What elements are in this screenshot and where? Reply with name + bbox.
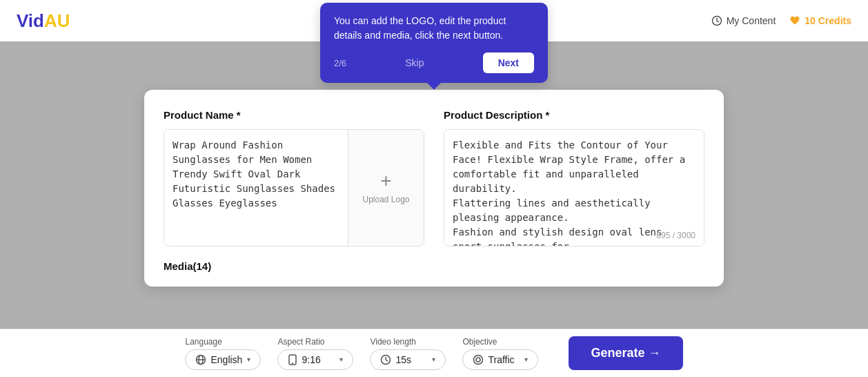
product-name-box: + Upload Logo <box>164 129 424 246</box>
credits-button[interactable]: 10 Credits <box>789 15 851 26</box>
tooltip-step: 2/6 <box>334 58 346 68</box>
product-description-box: 895 / 3000 <box>444 129 704 246</box>
objective-chevron: ▾ <box>524 356 528 363</box>
char-count: 895 / 3000 <box>656 231 696 240</box>
language-label: Language <box>185 337 261 347</box>
language-group: Language English ▾ <box>185 337 261 370</box>
tooltip-next-button[interactable]: Next <box>483 52 534 73</box>
my-content-button[interactable]: My Content <box>711 15 776 26</box>
product-name-label: Product Name * <box>164 109 424 121</box>
video-length-chevron: ▾ <box>432 356 435 363</box>
video-length-value: 15s <box>395 354 411 365</box>
upload-logo-label: Upload Logo <box>362 195 409 204</box>
product-name-input[interactable] <box>164 130 348 246</box>
svg-point-7 <box>474 355 483 364</box>
modal-columns: Product Name * + Upload Logo Product Des… <box>164 109 704 246</box>
globe-icon <box>195 354 206 365</box>
language-select[interactable]: English ▾ <box>185 349 261 370</box>
objective-group: Objective Traffic ▾ <box>462 337 538 370</box>
objective-label: Objective <box>462 337 538 347</box>
tooltip-popup: You can add the LOGO, edit the product d… <box>320 3 548 83</box>
video-length-label: Video length <box>370 337 446 347</box>
aspect-ratio-label: Aspect Ratio <box>277 337 353 347</box>
objective-value: Traffic <box>488 354 514 365</box>
product-name-column: Product Name * + Upload Logo <box>164 109 424 246</box>
credits-label: 10 Credits <box>805 15 851 26</box>
product-description-input[interactable] <box>444 130 704 246</box>
logo: VidAU <box>17 10 70 32</box>
tooltip-footer: 2/6 Skip Next <box>334 52 534 73</box>
video-length-select[interactable]: 15s ▾ <box>370 349 446 370</box>
product-description-column: Product Description * 895 / 3000 <box>444 109 704 246</box>
aspect-ratio-value: 9:16 <box>302 354 320 365</box>
svg-point-8 <box>476 358 480 362</box>
phone-icon <box>288 354 297 365</box>
modal-card: Product Name * + Upload Logo Product Des… <box>144 90 724 287</box>
clock-small-icon <box>380 354 391 365</box>
media-label: Media(14) <box>164 260 211 272</box>
tooltip-text: You can add the LOGO, edit the product d… <box>334 14 534 43</box>
tooltip-skip-button[interactable]: Skip <box>405 57 424 68</box>
language-chevron: ▾ <box>247 356 250 363</box>
my-content-label: My Content <box>727 15 776 26</box>
heart-icon <box>789 15 800 26</box>
aspect-ratio-group: Aspect Ratio 9:16 ▾ <box>277 337 353 370</box>
header-right: My Content 10 Credits <box>711 15 851 26</box>
media-section: Media(14) <box>164 260 704 273</box>
aspect-ratio-chevron: ▾ <box>339 356 343 363</box>
upload-logo-area[interactable]: + Upload Logo <box>348 130 424 246</box>
generate-button[interactable]: Generate → <box>569 336 682 370</box>
product-description-label: Product Description * <box>444 109 704 121</box>
language-value: English <box>210 354 242 365</box>
video-length-group: Video length 15s ▾ <box>370 337 446 370</box>
plus-icon: + <box>380 171 391 191</box>
objective-select[interactable]: Traffic ▾ <box>462 349 538 370</box>
clock-icon <box>711 15 722 26</box>
aspect-ratio-select[interactable]: 9:16 ▾ <box>277 349 353 370</box>
target-icon <box>473 354 484 365</box>
bottom-bar: Language English ▾ Aspect Ratio 9:16 ▾ V… <box>0 329 868 377</box>
